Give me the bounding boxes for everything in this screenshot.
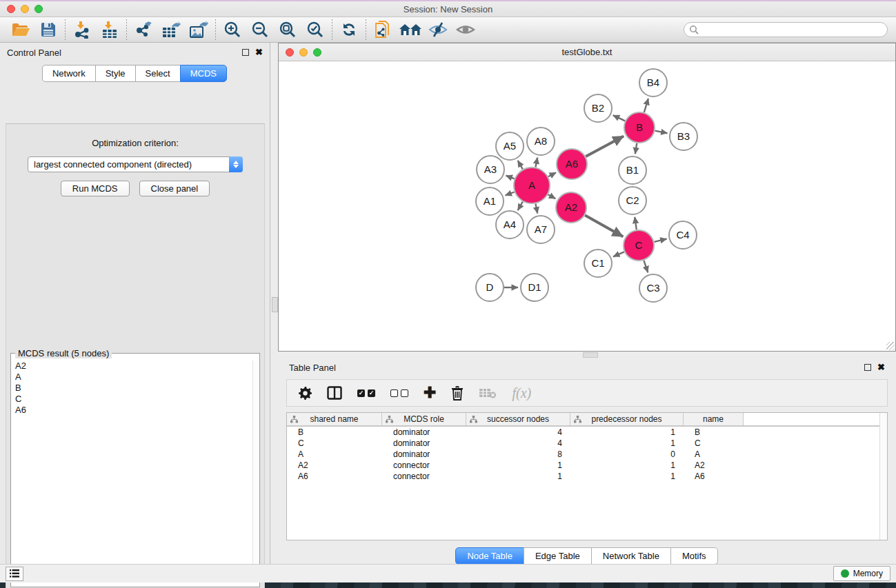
network-close-button[interactable] — [286, 48, 294, 57]
home-pair-icon[interactable] — [397, 19, 424, 41]
table-cell[interactable]: connector — [382, 460, 466, 470]
graph-node-C4[interactable]: C4 — [669, 221, 697, 249]
table-cell[interactable]: A2 — [287, 460, 382, 470]
zoom-selected-icon[interactable] — [301, 19, 329, 41]
import-table-icon[interactable] — [96, 19, 123, 41]
graph-edge-A-A1[interactable] — [506, 192, 515, 196]
graph-node-D1[interactable]: D1 — [521, 274, 548, 301]
delete-icon[interactable] — [451, 385, 464, 401]
graph-edge-C-C2[interactable] — [635, 217, 637, 230]
table-cell[interactable]: 1 — [466, 472, 570, 481]
graph-node-A1[interactable]: A1 — [476, 187, 504, 215]
mcds-result-item[interactable]: A2 — [15, 361, 257, 372]
graph-node-A7[interactable]: A7 — [527, 216, 555, 243]
mcds-result-item[interactable]: A6 — [15, 405, 257, 416]
close-table-panel-icon[interactable]: ✖ — [877, 364, 885, 371]
criterion-select[interactable]: largest connected component (directed) — [28, 156, 243, 172]
gear-icon[interactable] — [298, 385, 312, 401]
table-cell[interactable]: connector — [382, 472, 466, 481]
tab-network-table[interactable]: Network Table — [591, 547, 671, 565]
duplicate-network-icon[interactable] — [369, 19, 397, 41]
tab-network[interactable]: Network — [42, 65, 96, 82]
graph-node-B2[interactable]: B2 — [584, 94, 612, 122]
deselect-all-icon[interactable] — [390, 385, 408, 401]
graph-node-C3[interactable]: C3 — [639, 274, 667, 302]
tab-node-table[interactable]: Node Table — [455, 547, 524, 565]
save-session-icon[interactable] — [34, 19, 62, 41]
graph-edge-B-B1[interactable] — [635, 143, 637, 154]
graph-node-A2[interactable]: A2 — [556, 192, 586, 223]
float-table-panel-icon[interactable] — [864, 364, 871, 371]
table-cell[interactable]: B — [287, 427, 382, 437]
zoom-out-icon[interactable] — [246, 19, 274, 41]
table-row[interactable]: A2connector11A2 — [287, 460, 887, 471]
column-header-successor-nodes[interactable]: successor nodes — [466, 413, 570, 425]
graph-edge-C-C3[interactable] — [644, 261, 648, 273]
mcds-result-item[interactable]: B — [15, 383, 257, 394]
graph-node-A8[interactable]: A8 — [527, 128, 555, 155]
memory-button[interactable]: Memory — [833, 566, 890, 581]
table-cell[interactable]: 1 — [570, 460, 684, 470]
mcds-result-item[interactable]: C — [15, 394, 257, 405]
search-input[interactable] — [684, 22, 888, 37]
delete-table-icon[interactable] — [479, 385, 497, 401]
table-cell[interactable]: C — [684, 438, 744, 448]
graph-node-B3[interactable]: B3 — [670, 123, 697, 150]
horizontal-splitter-handle[interactable] — [583, 352, 598, 358]
graph-node-A[interactable]: A — [514, 168, 550, 203]
table-cell[interactable]: A — [287, 449, 382, 459]
table-cell[interactable]: 1 — [570, 427, 684, 437]
graph-node-C1[interactable]: C1 — [584, 250, 612, 277]
table-cell[interactable]: A2 — [684, 460, 744, 470]
table-cell[interactable]: B — [684, 427, 744, 437]
select-stepper-icon[interactable] — [229, 156, 243, 172]
graph-node-C2[interactable]: C2 — [619, 187, 646, 214]
graph-edge-B-B3[interactable] — [655, 131, 668, 134]
table-row[interactable]: Bdominator41B — [287, 427, 887, 438]
graph-node-A4[interactable]: A4 — [496, 211, 524, 239]
graph-edge-B-B4[interactable] — [644, 99, 648, 112]
table-row[interactable]: Cdominator41C — [287, 438, 887, 449]
task-history-button[interactable] — [6, 567, 23, 581]
table-cell[interactable]: 0 — [570, 449, 684, 459]
graph-edge-C-C4[interactable] — [654, 239, 666, 242]
import-network-icon[interactable] — [68, 19, 96, 41]
graph-edge-A2-C[interactable] — [585, 215, 623, 236]
maximize-window-button[interactable] — [34, 5, 43, 13]
resize-grip-icon[interactable] — [886, 342, 895, 350]
graph-node-B4[interactable]: B4 — [639, 69, 667, 97]
network-canvas[interactable]: B4B2BB3A5A8A6A3B1AA1C2A2A4A7C4CC1C3DD1 — [279, 61, 895, 351]
graph-edge-A-A7[interactable] — [535, 204, 537, 214]
graph-edge-A-A4[interactable] — [518, 202, 523, 211]
table-cell[interactable]: 8 — [466, 449, 570, 459]
graph-edge-A-A8[interactable] — [535, 158, 537, 168]
table-cell[interactable]: A6 — [684, 472, 744, 481]
column-header-predecessor-nodes[interactable]: predecessor nodes — [570, 413, 684, 425]
table-cell[interactable]: 1 — [466, 460, 570, 470]
table-cell[interactable]: 1 — [570, 472, 684, 481]
graph-node-C[interactable]: C — [624, 230, 654, 261]
export-network-icon[interactable] — [130, 19, 157, 41]
columns-icon[interactable] — [327, 385, 342, 401]
table-cell[interactable]: C — [287, 438, 382, 448]
table-cell[interactable]: 4 — [466, 427, 570, 437]
column-header-name[interactable]: name — [684, 413, 744, 425]
minimize-window-button[interactable] — [21, 5, 29, 13]
graph-edge-C-C1[interactable] — [613, 252, 624, 256]
table-cell[interactable]: A — [684, 449, 744, 459]
close-window-button[interactable] — [7, 5, 15, 13]
network-maximize-button[interactable] — [313, 48, 321, 57]
graph-edge-A6-B[interactable] — [586, 136, 624, 156]
table-scrollbar[interactable] — [879, 413, 887, 540]
graph-node-B1[interactable]: B1 — [619, 156, 646, 184]
table-cell[interactable]: 1 — [570, 438, 684, 448]
table-cell[interactable]: 4 — [466, 438, 570, 448]
table-cell[interactable]: dominator — [382, 427, 466, 437]
table-cell[interactable]: dominator — [382, 449, 466, 459]
graph-node-D[interactable]: D — [476, 274, 504, 301]
tab-style[interactable]: Style — [95, 65, 136, 82]
graph-node-A6[interactable]: A6 — [557, 149, 587, 179]
column-header-MCDS-role[interactable]: MCDS role — [382, 413, 466, 425]
network-window-titlebar[interactable]: testGlobe.txt — [279, 43, 895, 61]
zoom-fit-icon[interactable] — [274, 19, 301, 41]
